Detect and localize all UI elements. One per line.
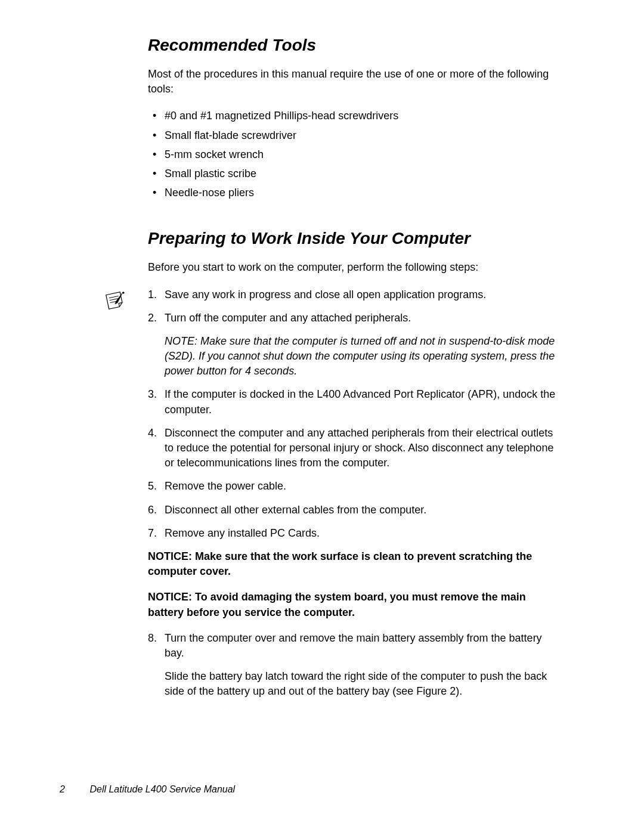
step-text: Disconnect all other external cables fro… [165,504,426,516]
list-item: 8.Turn the computer over and remove the … [165,631,561,661]
note-icon [104,291,128,311]
list-item: 2.Turn off the computer and any attached… [165,311,561,326]
list-item: 3.If the computer is docked in the L400 … [165,387,561,417]
list-item: 5.Remove the power cable. [165,479,561,494]
list-item: 4.Disconnect the computer and any attach… [165,426,561,471]
preparing-intro: Before you start to work on the computer… [148,260,561,275]
section-heading-preparing: Preparing to Work Inside Your Computer [148,229,561,248]
step-text: If the computer is docked in the L400 Ad… [165,388,555,415]
step-text: Remove any installed PC Cards. [165,527,320,539]
list-item: 7.Remove any installed PC Cards. [165,526,561,541]
list-item: 5-mm socket wrench [165,147,561,162]
step-continuation: Slide the battery bay latch toward the r… [148,669,561,699]
step-text: Save any work in progress and close all … [165,289,486,301]
page-footer: 2 Dell Latitude L400 Service Manual [60,784,235,795]
note-text: NOTE: Make sure that the computer is tur… [148,334,561,379]
list-item: 1.Save any work in progress and close al… [165,287,561,302]
step-text: Turn off the computer and any attached p… [165,312,411,324]
steps-list-final: 8.Turn the computer over and remove the … [148,631,561,661]
notice-text: NOTICE: Make sure that the work surface … [148,549,561,579]
list-item: Needle-nose pliers [165,185,561,200]
list-item: Small flat-blade screwdriver [165,128,561,143]
tools-list: #0 and #1 magnetized Phillips-head screw… [148,109,561,200]
recommended-tools-section: Recommended Tools Most of the procedures… [148,36,561,200]
notice-text: NOTICE: To avoid damaging the system boa… [148,590,561,620]
tools-intro: Most of the procedures in this manual re… [148,67,561,97]
preparing-section: Preparing to Work Inside Your Computer B… [148,229,561,699]
manual-title: Dell Latitude L400 Service Manual [89,784,235,794]
list-item: #0 and #1 magnetized Phillips-head screw… [165,109,561,123]
steps-list-continued: 3.If the computer is docked in the L400 … [148,387,561,541]
list-item: Small plastic scribe [165,166,561,181]
page-number: 2 [60,784,87,795]
list-item: 6.Disconnect all other external cables f… [165,503,561,518]
step-text: Turn the computer over and remove the ma… [165,632,542,659]
step-text: Remove the power cable. [165,480,286,492]
steps-list: 1.Save any work in progress and close al… [148,287,561,326]
step-text: Disconnect the computer and any attached… [165,427,553,469]
section-heading-tools: Recommended Tools [148,36,561,55]
